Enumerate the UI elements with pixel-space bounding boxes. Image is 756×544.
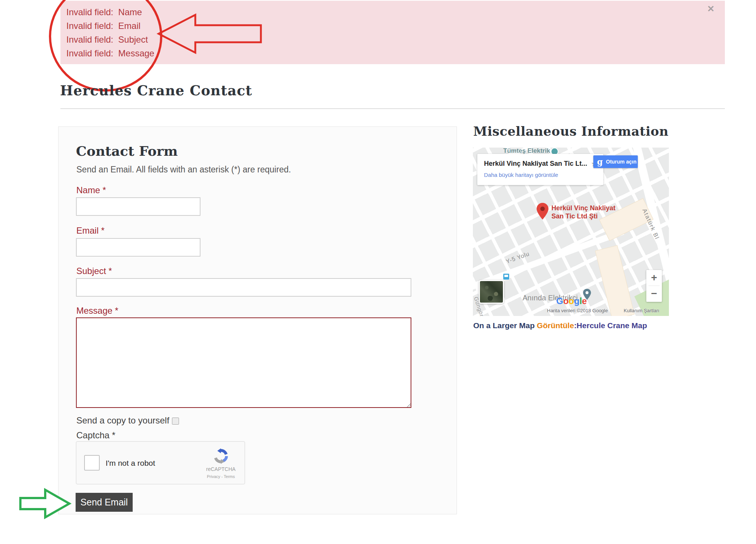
subject-field[interactable]: [76, 278, 411, 297]
map-zoom-control: + −: [646, 270, 662, 302]
recaptcha-checkbox[interactable]: [84, 455, 100, 471]
satellite-view-thumbnail[interactable]: [479, 280, 504, 304]
message-label: Message *: [76, 306, 118, 316]
captcha-label: Captcha *: [76, 430, 115, 441]
message-field[interactable]: [76, 317, 411, 408]
google-signin-button[interactable]: g Oturum açın: [593, 155, 638, 168]
hercule-crane-map-link[interactable]: :Hercule Crane Map: [574, 321, 647, 330]
caption-text: On a Larger Map: [473, 321, 537, 330]
larger-map-caption: On a Larger Map Görüntüle:Hercule Crane …: [473, 321, 647, 330]
invalid-field-message: Invalid field: Message: [66, 46, 719, 60]
error-alert-banner: Invalid field: Name Invalid field: Email…: [60, 1, 725, 64]
signin-label: Oturum açın: [606, 159, 636, 165]
map-copyright: Harita verileri ©2018 Google: [547, 308, 608, 313]
recaptcha-privacy-terms-link[interactable]: Privacy - Terms: [199, 474, 243, 479]
recaptcha-checkbox-label: I'm not a robot: [106, 459, 155, 468]
view-larger-map-link[interactable]: Daha büyük haritayı görüntüle: [484, 172, 558, 178]
email-field[interactable]: [76, 238, 200, 257]
invalid-field-message: Invalid field: Email: [66, 19, 719, 33]
contact-form-panel: Contact Form Send an Email. All fields w…: [58, 126, 457, 514]
heading-divider: [60, 108, 725, 109]
miscellaneous-info-title: Miscellaneous Information: [473, 124, 669, 139]
send-copy-label: Send a copy to yourself: [76, 415, 169, 426]
map-building-zone: [595, 245, 635, 316]
form-subtitle: Send an Email. All fields with an asteri…: [76, 165, 291, 175]
google-g-icon: g: [597, 157, 603, 167]
invalid-field-message: Invalid field: Name: [66, 5, 719, 19]
red-map-pin-icon[interactable]: [536, 202, 549, 220]
map-marker-label: Herkül Vinç Nakliyat San Tic Ltd Şti: [551, 204, 616, 220]
zoom-out-button[interactable]: −: [646, 286, 662, 301]
send-email-button[interactable]: Send Email: [76, 493, 133, 512]
zoom-in-button[interactable]: +: [646, 270, 662, 286]
recaptcha-logo-icon: [212, 448, 229, 465]
name-label: Name *: [76, 185, 106, 195]
subject-label: Subject *: [76, 266, 112, 276]
google-logo: Google: [556, 296, 587, 306]
map-terms-link[interactable]: Kullanım Şartları: [624, 308, 659, 313]
recaptcha-brand-label: reCAPTCHA: [199, 466, 243, 472]
textarea-resize-handle[interactable]: [406, 403, 411, 407]
page-title: Hercules Crane Contact: [60, 82, 252, 99]
recaptcha-widget: I'm not a robot reCAPTCHA Privacy - Term…: [76, 441, 245, 484]
google-map-embed[interactable]: Tümteş Elektrik Herkül Vinç Nakliyat San…: [473, 148, 669, 316]
map-card-title: Herkül Vinç Nakliyat San Tic Lt...: [484, 160, 587, 168]
map-info-card: Herkül Vinç Nakliyat San Tic Lt... ★ Dah…: [477, 154, 603, 185]
send-copy-checkbox[interactable]: [172, 418, 179, 425]
close-alert-icon[interactable]: ✕: [707, 4, 714, 13]
email-label: Email *: [76, 225, 105, 236]
name-field[interactable]: [76, 197, 200, 216]
invalid-field-message: Invalid field: Subject: [66, 33, 719, 46]
goruntule-link[interactable]: Görüntüle: [537, 321, 574, 330]
map-road-label: Y-5 Yolu: [505, 250, 530, 265]
bus-stop-icon: [503, 273, 510, 280]
form-title: Contact Form: [76, 143, 178, 159]
